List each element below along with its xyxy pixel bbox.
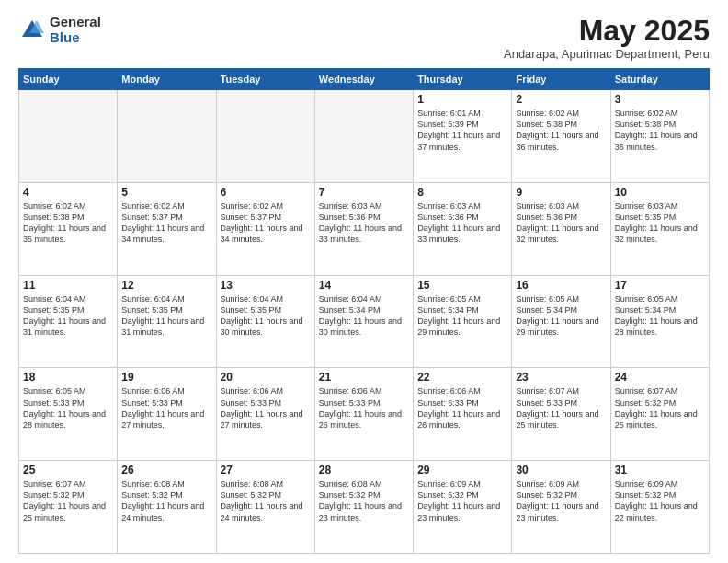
table-row: 2Sunrise: 6:02 AM Sunset: 5:38 PM Daylig… [512,90,610,183]
logo-general-text: General [50,15,101,30]
table-row: 30Sunrise: 6:09 AM Sunset: 5:32 PM Dayli… [512,461,610,554]
table-row: 18Sunrise: 6:05 AM Sunset: 5:33 PM Dayli… [19,368,118,461]
day-details: Sunrise: 6:09 AM Sunset: 5:32 PM Dayligh… [516,478,606,523]
day-number: 26 [121,464,211,477]
month-title: May 2025 [504,15,710,47]
table-row: 22Sunrise: 6:06 AM Sunset: 5:33 PM Dayli… [414,368,512,461]
day-details: Sunrise: 6:05 AM Sunset: 5:33 PM Dayligh… [23,385,113,431]
table-row: 28Sunrise: 6:08 AM Sunset: 5:32 PM Dayli… [314,461,413,554]
calendar-row-4: 18Sunrise: 6:05 AM Sunset: 5:33 PM Dayli… [19,368,710,461]
table-row [314,90,413,183]
day-number: 21 [319,371,409,384]
day-number: 4 [23,186,113,199]
day-details: Sunrise: 6:04 AM Sunset: 5:35 PM Dayligh… [221,293,311,339]
table-row: 17Sunrise: 6:05 AM Sunset: 5:34 PM Dayli… [610,275,709,368]
day-details: Sunrise: 6:03 AM Sunset: 5:35 PM Dayligh… [615,201,705,246]
calendar-row-2: 4Sunrise: 6:02 AM Sunset: 5:38 PM Daylig… [19,182,710,275]
day-details: Sunrise: 6:07 AM Sunset: 5:33 PM Dayligh… [516,385,606,431]
day-number: 1 [417,93,507,106]
table-row: 12Sunrise: 6:04 AM Sunset: 5:35 PM Dayli… [118,275,216,368]
calendar-row-3: 11Sunrise: 6:04 AM Sunset: 5:35 PM Dayli… [19,275,710,368]
day-number: 24 [615,371,705,384]
table-row: 14Sunrise: 6:04 AM Sunset: 5:34 PM Dayli… [314,275,413,368]
day-details: Sunrise: 6:04 AM Sunset: 5:35 PM Dayligh… [23,293,113,339]
table-row: 10Sunrise: 6:03 AM Sunset: 5:35 PM Dayli… [610,182,709,275]
day-details: Sunrise: 6:01 AM Sunset: 5:39 PM Dayligh… [417,108,507,153]
day-details: Sunrise: 6:02 AM Sunset: 5:38 PM Dayligh… [516,108,606,153]
table-row: 4Sunrise: 6:02 AM Sunset: 5:38 PM Daylig… [19,182,118,275]
day-number: 16 [516,279,606,292]
day-details: Sunrise: 6:07 AM Sunset: 5:32 PM Dayligh… [23,478,113,523]
table-row: 8Sunrise: 6:03 AM Sunset: 5:36 PM Daylig… [414,182,512,275]
day-details: Sunrise: 6:05 AM Sunset: 5:34 PM Dayligh… [615,293,705,339]
day-details: Sunrise: 6:04 AM Sunset: 5:35 PM Dayligh… [121,293,211,339]
table-row: 6Sunrise: 6:02 AM Sunset: 5:37 PM Daylig… [216,182,314,275]
day-details: Sunrise: 6:06 AM Sunset: 5:33 PM Dayligh… [221,385,311,431]
day-number: 11 [23,279,113,292]
day-details: Sunrise: 6:02 AM Sunset: 5:38 PM Dayligh… [23,201,113,246]
table-row: 13Sunrise: 6:04 AM Sunset: 5:35 PM Dayli… [216,275,314,368]
day-number: 7 [319,186,409,199]
location-subtitle: Andarapa, Apurimac Department, Peru [504,47,710,61]
day-details: Sunrise: 6:05 AM Sunset: 5:34 PM Dayligh… [417,293,507,339]
day-number: 31 [615,464,705,477]
day-details: Sunrise: 6:09 AM Sunset: 5:32 PM Dayligh… [417,478,507,523]
day-details: Sunrise: 6:02 AM Sunset: 5:37 PM Dayligh… [121,201,211,246]
day-number: 12 [121,279,211,292]
table-row: 11Sunrise: 6:04 AM Sunset: 5:35 PM Dayli… [19,275,118,368]
calendar-row-1: 1Sunrise: 6:01 AM Sunset: 5:39 PM Daylig… [19,90,710,183]
day-number: 15 [417,279,507,292]
table-row: 31Sunrise: 6:09 AM Sunset: 5:32 PM Dayli… [610,461,709,554]
day-number: 19 [121,371,211,384]
day-details: Sunrise: 6:06 AM Sunset: 5:33 PM Dayligh… [319,385,409,431]
day-number: 6 [221,186,311,199]
day-number: 13 [221,279,311,292]
day-details: Sunrise: 6:04 AM Sunset: 5:34 PM Dayligh… [319,293,409,339]
day-number: 28 [319,464,409,477]
calendar-header-row: Sunday Monday Tuesday Wednesday Thursday… [19,69,710,90]
day-number: 23 [516,371,606,384]
col-saturday: Saturday [610,69,709,90]
day-details: Sunrise: 6:03 AM Sunset: 5:36 PM Dayligh… [319,201,409,246]
day-number: 5 [121,186,211,199]
day-number: 9 [516,186,606,199]
table-row [216,90,314,183]
day-number: 14 [319,279,409,292]
day-details: Sunrise: 6:02 AM Sunset: 5:37 PM Dayligh… [221,201,311,246]
day-number: 8 [417,186,507,199]
table-row: 19Sunrise: 6:06 AM Sunset: 5:33 PM Dayli… [118,368,216,461]
day-details: Sunrise: 6:03 AM Sunset: 5:36 PM Dayligh… [417,201,507,246]
table-row: 5Sunrise: 6:02 AM Sunset: 5:37 PM Daylig… [118,182,216,275]
logo-icon [18,17,46,44]
table-row: 20Sunrise: 6:06 AM Sunset: 5:33 PM Dayli… [216,368,314,461]
table-row: 3Sunrise: 6:02 AM Sunset: 5:38 PM Daylig… [610,90,709,183]
day-details: Sunrise: 6:08 AM Sunset: 5:32 PM Dayligh… [221,478,311,523]
table-row: 25Sunrise: 6:07 AM Sunset: 5:32 PM Dayli… [19,461,118,554]
day-details: Sunrise: 6:05 AM Sunset: 5:34 PM Dayligh… [516,293,606,339]
table-row [19,90,118,183]
day-details: Sunrise: 6:03 AM Sunset: 5:36 PM Dayligh… [516,201,606,246]
day-details: Sunrise: 6:07 AM Sunset: 5:32 PM Dayligh… [615,385,705,431]
table-row: 16Sunrise: 6:05 AM Sunset: 5:34 PM Dayli… [512,275,610,368]
day-details: Sunrise: 6:09 AM Sunset: 5:32 PM Dayligh… [615,478,705,523]
day-number: 10 [615,186,705,199]
table-row: 24Sunrise: 6:07 AM Sunset: 5:32 PM Dayli… [610,368,709,461]
logo-blue-text: Blue [50,30,101,46]
table-row [118,90,216,183]
col-wednesday: Wednesday [314,69,413,90]
table-row: 1Sunrise: 6:01 AM Sunset: 5:39 PM Daylig… [414,90,512,183]
col-thursday: Thursday [414,69,512,90]
day-number: 22 [417,371,507,384]
day-number: 30 [516,464,606,477]
title-block: May 2025 Andarapa, Apurimac Department, … [504,15,710,61]
col-monday: Monday [118,69,216,90]
table-row: 26Sunrise: 6:08 AM Sunset: 5:32 PM Dayli… [118,461,216,554]
calendar-row-5: 25Sunrise: 6:07 AM Sunset: 5:32 PM Dayli… [19,461,710,554]
day-details: Sunrise: 6:06 AM Sunset: 5:33 PM Dayligh… [417,385,507,431]
table-row: 7Sunrise: 6:03 AM Sunset: 5:36 PM Daylig… [314,182,413,275]
col-tuesday: Tuesday [216,69,314,90]
day-number: 18 [23,371,113,384]
day-number: 3 [615,93,705,106]
day-details: Sunrise: 6:02 AM Sunset: 5:38 PM Dayligh… [615,108,705,153]
col-sunday: Sunday [19,69,118,90]
